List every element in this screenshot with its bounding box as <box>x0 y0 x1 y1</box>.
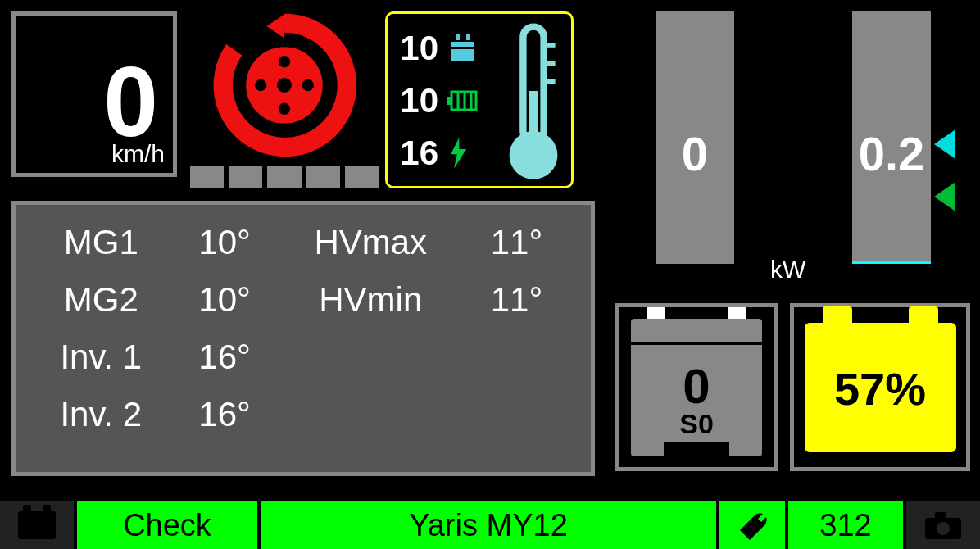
svg-point-5 <box>255 79 266 91</box>
bottom-bar: Check Yaris MY12 312 <box>0 501 980 549</box>
battery-icon: 57% <box>805 323 956 452</box>
gauge-left-value: 0 <box>623 126 767 181</box>
check-button[interactable]: Check <box>77 501 257 549</box>
svg-point-3 <box>279 56 290 67</box>
mg2-label: MG2 <box>34 280 169 320</box>
temperature-table[interactable]: MG1 10° HVmax 11° MG2 10° HVmin 11° Inv.… <box>11 201 595 476</box>
inv1-value: 16° <box>169 338 281 377</box>
engine-block-icon <box>447 34 479 63</box>
engine-block-icon: 0 S0 <box>631 319 762 456</box>
engine-value: 0 <box>631 358 762 415</box>
temp-inverter-value: 16 <box>399 134 438 173</box>
screenshot-button[interactable] <box>906 501 980 549</box>
svg-point-4 <box>279 103 290 115</box>
mg1-value: 10° <box>169 223 281 262</box>
thermometer-icon <box>504 22 563 183</box>
inv2-value: 16° <box>169 395 281 434</box>
hvmax-label: HVmax <box>281 223 461 262</box>
battery-pack-icon <box>447 87 479 115</box>
temperature-widget[interactable]: 10 10 16 <box>385 11 574 188</box>
brake-widget[interactable] <box>190 11 379 188</box>
engine-sub: S0 <box>631 408 762 440</box>
hvmin-value: 11° <box>461 280 573 320</box>
svg-rect-19 <box>529 91 538 148</box>
count-button[interactable]: 312 <box>788 501 903 549</box>
battery-pct: 57% <box>805 362 956 415</box>
battery-soc-widget[interactable]: 57% <box>790 303 970 471</box>
temp-battery-value: 10 <box>399 81 438 120</box>
svg-marker-0 <box>266 15 284 39</box>
svg-rect-12 <box>447 97 451 105</box>
hvmax-value: 11° <box>461 223 573 262</box>
hvmin-label: HVmin <box>281 280 461 320</box>
svg-point-6 <box>302 79 314 91</box>
svg-rect-9 <box>466 34 470 40</box>
speed-widget[interactable]: 0 km/h <box>11 11 177 177</box>
brake-rotor-icon <box>202 11 366 159</box>
svg-rect-10 <box>451 47 474 49</box>
svg-rect-7 <box>451 42 474 61</box>
inv1-label: Inv. 1 <box>34 338 169 377</box>
svg-point-25 <box>937 522 950 535</box>
temp-engine-value: 10 <box>399 29 438 68</box>
power-gauge-left[interactable]: 0 <box>623 11 767 290</box>
vehicle-button[interactable]: Yaris MY12 <box>261 501 716 549</box>
lightning-icon <box>447 138 470 169</box>
bb-battery-button[interactable] <box>0 501 74 549</box>
wrench-icon <box>733 509 771 542</box>
gauge-marker-cyan-icon <box>934 129 955 159</box>
mg1-label: MG1 <box>34 223 169 262</box>
svg-rect-24 <box>935 512 946 520</box>
gauge-unit: kW <box>770 256 805 284</box>
battery-small-icon <box>18 511 56 539</box>
brake-level-bar <box>190 166 379 188</box>
tools-button[interactable] <box>719 501 785 549</box>
mg2-value: 10° <box>169 280 281 320</box>
svg-point-2 <box>277 78 292 93</box>
camera-icon <box>923 510 964 541</box>
gauge-marker-green-icon <box>934 182 955 211</box>
speed-unit: km/h <box>111 140 165 168</box>
inv2-label: Inv. 2 <box>34 395 169 434</box>
svg-marker-16 <box>451 138 466 169</box>
engine-state-widget[interactable]: 0 S0 <box>615 303 778 471</box>
svg-rect-8 <box>456 34 460 40</box>
